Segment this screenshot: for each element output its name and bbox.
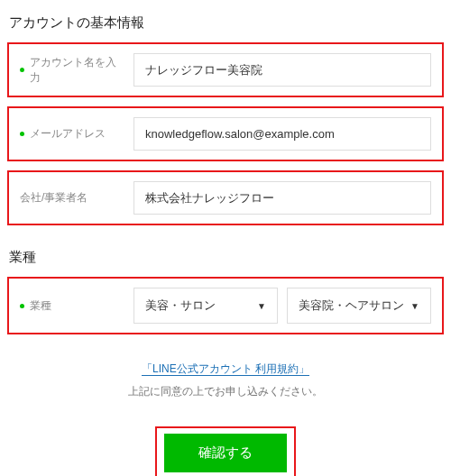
section-title-industry: 業種 — [0, 234, 451, 277]
field-email: メールアドレス — [7, 106, 444, 161]
terms-link-row: 「LINE公式アカウント 利用規約」 — [0, 362, 451, 377]
label-industry: 業種 — [20, 298, 119, 314]
label-account-name: アカウント名を入力 — [20, 55, 119, 86]
submit-wrap: 確認する — [0, 426, 451, 476]
select-industry-minor-value: 美容院・ヘアサロン — [299, 298, 404, 314]
field-company: 会社/事業者名 — [7, 170, 444, 225]
industry-select-group: 美容・サロン ▼ 美容院・ヘアサロン ▼ — [133, 288, 431, 324]
select-industry-minor[interactable]: 美容院・ヘアサロン ▼ — [287, 288, 431, 324]
confirm-button[interactable]: 確認する — [164, 434, 287, 472]
terms-note: 上記に同意の上でお申し込みください。 — [0, 384, 451, 399]
caret-down-icon: ▼ — [410, 301, 419, 311]
input-company[interactable] — [133, 181, 431, 215]
select-industry-major[interactable]: 美容・サロン ▼ — [133, 288, 278, 324]
select-industry-major-value: 美容・サロン — [145, 298, 216, 314]
input-account-name[interactable] — [133, 53, 431, 87]
label-email: メールアドレス — [20, 126, 119, 142]
section-title-basic: アカウントの基本情報 — [0, 0, 451, 42]
input-email[interactable] — [133, 117, 431, 151]
terms-link[interactable]: 「LINE公式アカウント 利用規約」 — [142, 362, 309, 376]
label-company: 会社/事業者名 — [20, 190, 119, 206]
submit-frame: 確認する — [155, 426, 296, 476]
caret-down-icon: ▼ — [257, 301, 266, 311]
field-industry: 業種 美容・サロン ▼ 美容院・ヘアサロン ▼ — [7, 277, 444, 334]
field-account-name: アカウント名を入力 — [7, 42, 444, 97]
